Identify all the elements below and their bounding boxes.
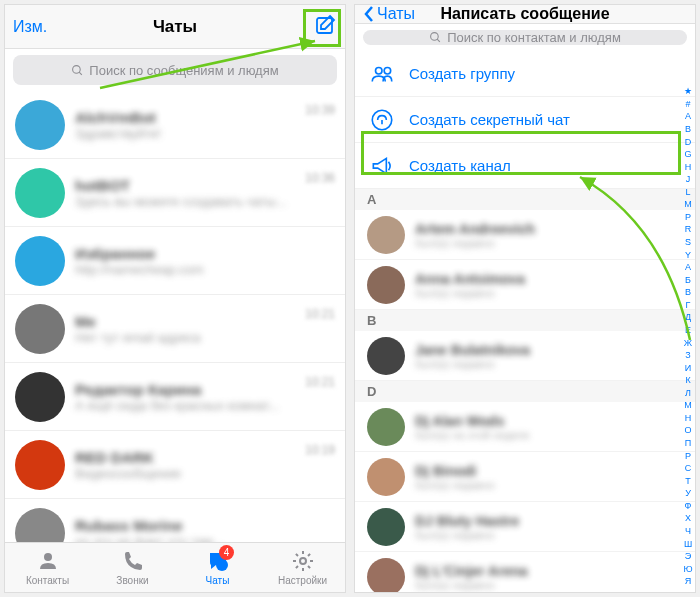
search-placeholder: Поиск по сообщениям и людям [89,63,278,78]
contact-row[interactable]: Jane Bulatnikova был(а) недавно [355,331,695,381]
tab-calls[interactable]: Звонки [90,543,175,592]
avatar [367,337,405,375]
index-letter[interactable]: P [682,212,694,222]
index-letter[interactable]: П [682,438,694,448]
index-letter[interactable]: Ж [682,338,694,348]
index-letter[interactable]: Г [682,300,694,310]
index-letter[interactable]: M [682,199,694,209]
index-letter[interactable]: # [682,99,694,109]
contact-row[interactable]: Artem Andreevich был(а) недавно [355,210,695,260]
index-letter[interactable]: О [682,425,694,435]
avatar [367,216,405,254]
index-letter[interactable]: Y [682,250,694,260]
edit-button[interactable]: Изм. [13,18,73,36]
section-header: B [355,310,695,331]
chevron-left-icon [363,5,375,23]
svg-point-5 [431,33,439,41]
index-letter[interactable]: У [682,488,694,498]
tab-bar: Контакты Звонки Чаты 4 Настройки [5,542,345,592]
avatar [15,168,65,218]
svg-point-2 [44,553,52,561]
contact-row[interactable]: Dj Alan Wods был(а) на этой неделе [355,402,695,452]
index-letter[interactable]: С [682,463,694,473]
index-letter[interactable]: B [682,124,694,134]
index-letter[interactable]: Х [682,513,694,523]
index-letter[interactable]: L [682,187,694,197]
phone-icon [121,549,145,573]
index-letter[interactable]: S [682,237,694,247]
nav-bar: Чаты Написать сообщение [355,5,695,24]
contact-icon [36,549,60,573]
compose-button[interactable] [313,13,337,41]
avatar [15,508,65,543]
index-letter[interactable]: D [682,137,694,147]
create-channel[interactable]: Создать канал [355,143,695,189]
search-icon [429,31,442,44]
index-letter[interactable]: ★ [682,86,694,96]
chat-row[interactable]: Rubass Morine но это не факт что там... [5,499,345,542]
index-letter[interactable]: К [682,375,694,385]
index-letter[interactable]: Р [682,451,694,461]
avatar [15,236,65,286]
contact-row[interactable]: DJ Bluty Hastre был(а) недавно [355,502,695,552]
nav-bar: Изм. Чаты [5,5,345,49]
gear-icon [291,549,315,573]
index-letter[interactable]: А [682,262,694,272]
search-icon [71,64,84,77]
back-button[interactable]: Чаты [363,5,423,23]
chat-row[interactable]: Редактор Карина А ещё сюда без красных к… [5,363,345,431]
chat-row[interactable]: AlchVmBot Здравствуйте! 10:39 [5,91,345,159]
avatar [367,558,405,594]
unread-badge: 4 [219,545,234,560]
index-letter[interactable]: Б [682,275,694,285]
compose-icon [313,13,337,37]
chats-screen: Изм. Чаты Поиск по сообщениям и людям Al… [4,4,346,593]
svg-point-1 [73,65,81,73]
contact-row[interactable]: Dj L'Cinjer Arena был(а) недавно [355,552,695,593]
index-letter[interactable]: Э [682,551,694,561]
index-letter[interactable]: Я [682,576,694,586]
index-letter[interactable]: В [682,287,694,297]
index-letter[interactable]: Н [682,413,694,423]
index-letter[interactable]: Л [682,388,694,398]
index-letter[interactable]: Д [682,312,694,322]
alpha-index[interactable]: ★#ABDGHJLMPRSYАБВГДЕЖЗИКЛМНОПРСТУФХЧШЭЮЯ [682,85,694,588]
index-letter[interactable]: Ш [682,539,694,549]
contact-row[interactable]: Dj Binodi был(а) недавно [355,452,695,502]
chat-row[interactable]: RED DARK Видеосообщение 10:19 [5,431,345,499]
index-letter[interactable]: Т [682,476,694,486]
chat-row[interactable]: Me Нет тут email адреса 10:21 [5,295,345,363]
tab-chats[interactable]: Чаты 4 [175,543,260,592]
index-letter[interactable]: Ю [682,564,694,574]
index-letter[interactable]: J [682,174,694,184]
svg-point-7 [384,67,391,74]
group-icon [369,61,395,87]
avatar [367,408,405,446]
secret-chat-icon [369,107,395,133]
avatar [15,372,65,422]
svg-point-4 [300,558,306,564]
tab-contacts[interactable]: Контакты [5,543,90,592]
index-letter[interactable]: Ф [682,501,694,511]
index-letter[interactable]: G [682,149,694,159]
search-input[interactable]: Поиск по сообщениям и людям [13,55,337,85]
index-letter[interactable]: Ч [682,526,694,536]
index-letter[interactable]: H [682,162,694,172]
search-input[interactable]: Поиск по контактам и людям [363,30,687,45]
index-letter[interactable]: Е [682,325,694,335]
index-letter[interactable]: М [682,400,694,410]
index-letter[interactable]: R [682,224,694,234]
chat-row[interactable]: Избранное http://namecheap.com [5,227,345,295]
section-header: D [355,381,695,402]
avatar [367,266,405,304]
avatar [15,440,65,490]
index-letter[interactable]: З [682,350,694,360]
contact-row[interactable]: Anna Antsimova был(а) недавно [355,260,695,310]
chat-row[interactable]: hotBOT Здесь вы можете создавать чаты...… [5,159,345,227]
index-letter[interactable]: И [682,363,694,373]
index-letter[interactable]: A [682,111,694,121]
svg-point-3 [216,559,228,571]
create-group[interactable]: Создать группу [355,51,695,97]
tab-settings[interactable]: Настройки [260,543,345,592]
create-secret-chat[interactable]: Создать секретный чат [355,97,695,143]
